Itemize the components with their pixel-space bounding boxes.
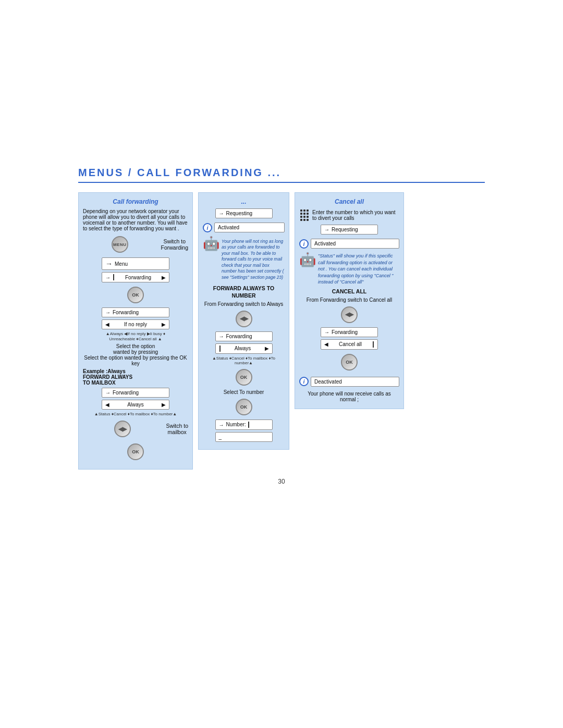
- col2-title: ...: [203, 198, 285, 205]
- status-row1: ▲Always ◀If no reply ▶Ii busy ♦: [83, 331, 188, 336]
- info-icon-3b: i: [299, 377, 309, 386]
- nav-button-1[interactable]: ◀▶: [114, 421, 131, 437]
- keypad-label: Enter the number to which you want to di…: [312, 209, 399, 221]
- req-box1: → Requesting: [215, 208, 273, 218]
- screen-activated-1: Activated: [214, 220, 285, 235]
- screen-number: → Number: _: [215, 419, 273, 442]
- select-option-label: Select the optionwanted by pressingSelec…: [83, 343, 188, 366]
- arrow-num: →: [219, 422, 224, 428]
- ok-label-2b: OK: [240, 404, 248, 410]
- arrow-col3: →: [324, 329, 329, 335]
- screen-forwarding-box1: → Forwarding ▶: [102, 272, 169, 282]
- fwd-col2-label: Forwarding: [226, 334, 269, 339]
- menu-button[interactable]: MENU: [112, 236, 128, 253]
- screen-menu-box: Menu: [102, 257, 169, 270]
- nav-left-col3: ◀: [324, 341, 328, 347]
- from-always-label: From Forwarding switch to Always: [203, 301, 285, 307]
- nav-right3: ▶: [162, 402, 166, 408]
- requesting-label3: Requesting: [332, 227, 374, 232]
- act-box1: Activated: [214, 223, 285, 232]
- arrow-req1: →: [219, 211, 224, 216]
- screen-requesting-1: → Requesting: [215, 208, 273, 218]
- requesting-label1: Requesting: [226, 211, 269, 216]
- fwd-box-col3: → Forwarding: [321, 327, 378, 337]
- col1-title: Call forwarding: [83, 198, 188, 205]
- nav-button-2[interactable]: ◀▶: [236, 311, 252, 327]
- screen-activated-3: Activated: [311, 237, 399, 251]
- num-cursor-box: _: [215, 432, 273, 442]
- screen-fwd-cancelall: → Forwarding ◀ Cancel all: [321, 327, 378, 350]
- italic-text-1: Your phone will not ring as long as your…: [222, 239, 285, 280]
- deact-box: Deactivated: [311, 377, 399, 387]
- example-label: Example :AlwaysFORWARD ALWAYSTO MAILBOX: [83, 368, 188, 386]
- col-cancel-all: Cancel all Enter the number to which you…: [295, 192, 404, 409]
- activated-label1: Activated: [218, 225, 239, 230]
- nav-left2: ◀: [105, 322, 109, 327]
- keypad-area: Enter the number to which you want to di…: [299, 208, 399, 223]
- page-number: 30: [78, 478, 485, 485]
- cursor-col3: [372, 341, 374, 348]
- cursor-bar1: [113, 274, 115, 280]
- nav-left3: ◀: [105, 402, 109, 408]
- ok-button-2[interactable]: OK: [236, 369, 252, 386]
- screen-ifreply: → Forwarding ◀ If no reply ▶: [102, 307, 169, 329]
- col3-title: Cancel all: [299, 198, 399, 205]
- screen-fwd-always: → Forwarding Always ▶: [215, 331, 273, 354]
- ok-button-1b[interactable]: OK: [127, 443, 144, 460]
- select-to-number-label: Select To number: [203, 389, 285, 395]
- fwd-label2: Forwarding: [113, 310, 166, 315]
- status-row3: ▲Status ♦Cancel ♦To mailbox ♦To number▲: [83, 412, 188, 416]
- arrow-right1: ▶: [162, 275, 166, 280]
- ok-label-1: OK: [132, 292, 139, 298]
- ok-label-1b: OK: [132, 449, 139, 454]
- screen-menu-text: Menu: [115, 261, 128, 267]
- cancelall-label: Cancel all: [339, 341, 362, 347]
- ok-button-2b[interactable]: OK: [236, 399, 252, 415]
- arrow-r-col2: ▶: [265, 346, 269, 351]
- always-box-col2: Always ▶: [215, 343, 273, 354]
- status-row2: Unreacheable ♦Cancel all ▲: [83, 337, 188, 341]
- nav-right2: ▶: [162, 322, 166, 327]
- ok-button-3[interactable]: OK: [341, 354, 358, 371]
- info-icon-1: i: [203, 223, 212, 232]
- status-row-col2: ▲Status ♦Cancel ♦To mailbox ♦To number▲: [203, 356, 285, 365]
- fwd-col3-label: Forwarding: [332, 329, 374, 335]
- italic-text-3: "Status" will show you if this specific …: [318, 253, 399, 286]
- final-text: Your phone will now receive calls as nor…: [299, 391, 399, 402]
- ok-label-2: OK: [240, 375, 248, 380]
- screen-fwd-box3: → Forwarding: [102, 388, 169, 398]
- activated-label3: Activated: [314, 241, 336, 246]
- ifreply-label: If no reply: [124, 322, 147, 327]
- info-icon-3: i: [299, 239, 309, 249]
- arrow-icon2: →: [105, 310, 111, 315]
- screen-menu: Menu → Forwarding ▶: [102, 257, 169, 282]
- screen-always-box: ◀ Always ▶: [102, 400, 169, 410]
- person-icon-1: 🤖: [203, 237, 219, 250]
- screen-requesting-3: → Requesting: [321, 225, 378, 235]
- person-icon-3: 🤖: [299, 253, 316, 266]
- screen-reply-box: ◀ If no reply ▶: [102, 319, 169, 329]
- always-label: Always: [127, 402, 144, 408]
- cancelall-box: ◀ Cancel all: [321, 339, 378, 350]
- ok-button-1[interactable]: OK: [127, 287, 144, 303]
- fwd-always-heading: FORWARD ALWAYS TO NUMBER: [203, 285, 285, 299]
- screen-fwd-box2: → Forwarding: [102, 307, 169, 317]
- num-box: → Number:: [215, 419, 273, 430]
- act-box3: Activated: [311, 239, 399, 249]
- arrow-icon3: →: [105, 390, 111, 396]
- arrow-col2a: →: [219, 334, 224, 339]
- cancel-all-heading: CANCEL ALL: [299, 288, 399, 295]
- nav-button-3[interactable]: ◀▶: [341, 306, 358, 323]
- col-forward-to-number: ... → Requesting i Activated 🤖: [198, 192, 289, 450]
- num-cursor: _: [219, 434, 222, 440]
- from-cancel-label: From Forwarding switch to Cancel all: [299, 297, 399, 303]
- always-col2: Always: [235, 346, 251, 351]
- keypad-icon: [300, 209, 309, 221]
- menu-label: MENU: [113, 242, 127, 247]
- fwd-label3: Forwarding: [113, 390, 166, 396]
- fwd-box-col2a: → Forwarding: [215, 331, 273, 341]
- screen-deactivated: Deactivated: [311, 375, 399, 389]
- deactivated-label: Deactivated: [314, 379, 342, 385]
- number-label: Number:: [226, 422, 269, 428]
- cursor-col2: [219, 346, 221, 352]
